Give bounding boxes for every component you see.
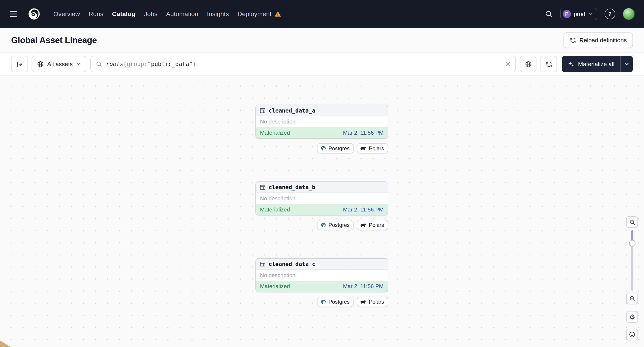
asset-tag-row: Postgres Polars	[256, 143, 388, 153]
page-title: Global Asset Lineage	[11, 35, 97, 45]
nav-item-label: Runs	[88, 10, 104, 18]
asset-node-cleaned-data-b[interactable]: cleaned_data_b No description Materializ…	[256, 181, 388, 216]
reload-definitions-label: Reload definitions	[580, 37, 627, 43]
top-nav: Overview Runs Catalog Jobs Automation In…	[0, 0, 644, 28]
canvas-controls: ⚙	[626, 216, 638, 340]
materialize-all-label: Materialize all	[578, 61, 614, 67]
tag-polars[interactable]: Polars	[357, 220, 388, 230]
tag-postgres[interactable]: Postgres	[317, 143, 354, 153]
reload-definitions-button[interactable]: Reload definitions	[563, 32, 633, 48]
tag-label: Polars	[369, 222, 384, 228]
asset-query-text: roots ( group: "public_data" )	[106, 61, 196, 67]
query-key: group:	[127, 61, 148, 67]
query-string-value: "public_data"	[148, 61, 192, 67]
tag-polars[interactable]: Polars	[357, 297, 388, 307]
nav-item-label: Jobs	[144, 10, 157, 18]
asset-card-header: cleaned_data_a	[256, 105, 388, 116]
refresh-icon	[546, 60, 552, 67]
status-badge: Materialized	[260, 283, 290, 289]
graph-settings-button[interactable]: ⚙	[626, 311, 638, 323]
asset-name: cleaned_data_b	[268, 184, 315, 190]
tag-polars[interactable]: Polars	[357, 143, 388, 153]
env-name: prod	[574, 11, 586, 17]
chevron-down-icon	[76, 62, 81, 66]
zoom-out-icon	[629, 295, 635, 302]
zoom-out-button[interactable]	[626, 293, 638, 304]
materialize-all-button[interactable]: Materialize all	[562, 56, 620, 72]
nav-item-insights[interactable]: Insights	[207, 10, 229, 18]
nav-item-jobs[interactable]: Jobs	[144, 10, 157, 18]
warning-icon	[274, 11, 281, 17]
asset-description: No description	[256, 116, 388, 127]
asset-tag-row: Postgres Polars	[256, 297, 388, 307]
panel-toggle-icon	[16, 60, 23, 67]
materialize-split-button: Materialize all	[562, 56, 633, 72]
tag-label: Postgres	[328, 299, 350, 305]
deployment-switcher[interactable]: P prod	[560, 8, 597, 20]
close-icon	[505, 61, 510, 67]
nav-item-runs[interactable]: Runs	[88, 10, 104, 18]
open-left-panel-button[interactable]	[11, 56, 28, 72]
dagster-logo	[27, 7, 41, 21]
asset-node-cleaned-data-c[interactable]: cleaned_data_c No description Materializ…	[256, 258, 388, 292]
nav-item-deployment[interactable]: Deployment	[238, 10, 281, 18]
chevron-down-icon	[588, 11, 593, 16]
polars-icon	[360, 146, 366, 150]
table-icon	[260, 261, 266, 267]
tag-postgres[interactable]: Postgres	[317, 220, 354, 230]
postgres-icon	[320, 146, 326, 151]
asset-status-bar: Materialized Mar 2, 11:56 PM	[256, 204, 388, 215]
refresh-graph-button[interactable]	[540, 56, 557, 72]
tag-label: Postgres	[328, 222, 350, 228]
page-header: Global Asset Lineage Reload definitions	[0, 28, 644, 52]
nav-item-automation[interactable]: Automation	[166, 10, 198, 18]
asset-node-cleaned-data-a[interactable]: cleaned_data_a No description Materializ…	[256, 105, 388, 139]
asset-status-bar: Materialized Mar 2, 11:56 PM	[256, 127, 388, 138]
tag-postgres[interactable]: Postgres	[317, 297, 354, 307]
minimap-corner	[0, 341, 11, 347]
nav-item-label: Overview	[54, 10, 80, 18]
materialization-timestamp-link[interactable]: Mar 2, 11:56 PM	[343, 207, 384, 213]
nav-item-label: Deployment	[238, 10, 272, 18]
asset-name: cleaned_data_c	[268, 261, 315, 267]
materialize-options-button[interactable]	[620, 56, 633, 72]
table-icon	[260, 107, 266, 114]
nav-item-overview[interactable]: Overview	[54, 10, 80, 18]
chevron-down-icon	[624, 62, 629, 66]
asset-query-input[interactable]: roots ( group: "public_data" )	[90, 56, 516, 72]
hamburger-menu-button[interactable]	[6, 7, 20, 21]
lineage-toolbar: All assets roots ( group: "public_data" …	[0, 52, 644, 76]
help-button[interactable]: ?	[605, 9, 616, 19]
polars-icon	[360, 223, 366, 227]
asset-scope-label: All assets	[47, 61, 72, 67]
globe-icon	[525, 60, 532, 67]
asset-card-header: cleaned_data_b	[256, 182, 388, 193]
nav-item-label: Catalog	[112, 10, 135, 18]
materialization-timestamp-link[interactable]: Mar 2, 11:56 PM	[343, 283, 384, 289]
clear-query-button[interactable]	[505, 61, 510, 67]
zoom-slider-handle[interactable]	[629, 240, 636, 246]
nav-item-label: Insights	[207, 10, 229, 18]
lineage-canvas[interactable]: cleaned_data_a No description Materializ…	[0, 76, 644, 347]
tag-label: Polars	[369, 299, 384, 305]
asset-card-header: cleaned_data_c	[256, 259, 388, 270]
feedback-button[interactable]	[626, 329, 638, 340]
search-button[interactable]	[544, 10, 553, 18]
reload-icon	[570, 37, 576, 43]
asset-node-group: cleaned_data_b No description Materializ…	[256, 181, 388, 230]
gear-icon: ⚙	[629, 313, 635, 320]
zoom-in-button[interactable]	[626, 216, 638, 228]
globe-icon	[37, 60, 44, 67]
asset-scope-dropdown[interactable]: All assets	[32, 56, 86, 72]
avatar-image	[622, 8, 635, 20]
tag-label: Postgres	[328, 145, 350, 152]
nav-item-catalog[interactable]: Catalog	[112, 10, 135, 18]
zoom-in-icon	[629, 219, 635, 225]
app-root: Overview Runs Catalog Jobs Automation In…	[0, 0, 644, 347]
graph-view-options-button[interactable]	[520, 56, 537, 72]
materialization-timestamp-link[interactable]: Mar 2, 11:56 PM	[343, 130, 384, 136]
asset-node-group: cleaned_data_c No description Materializ…	[256, 258, 388, 307]
user-avatar[interactable]	[622, 8, 635, 20]
table-icon	[260, 184, 266, 190]
asset-description: No description	[256, 193, 388, 204]
